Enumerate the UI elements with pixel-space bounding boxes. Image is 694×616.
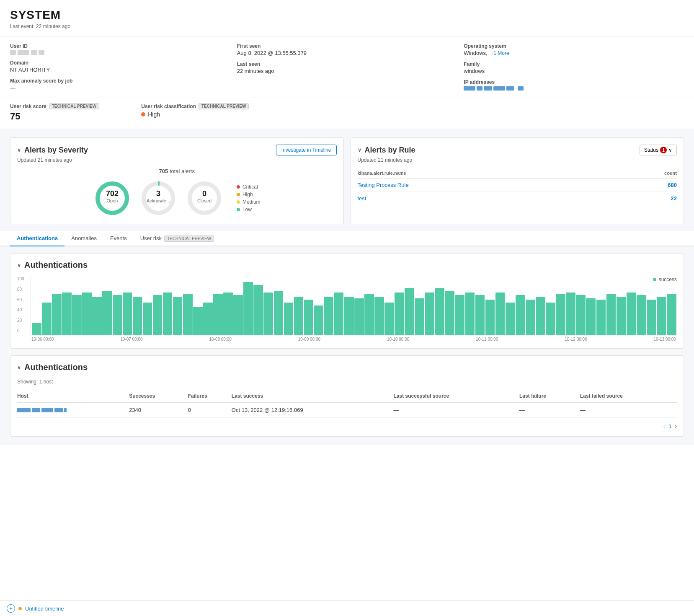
bar bbox=[123, 292, 132, 335]
prev-page-button[interactable]: ‹ bbox=[663, 423, 665, 430]
auth-col-last-successful-source: Last successful source bbox=[393, 390, 519, 403]
auth-col-failures: Failures bbox=[188, 390, 232, 403]
bar bbox=[193, 307, 203, 335]
bar bbox=[596, 300, 606, 335]
tab-badge: TECHNICAL PREVIEW bbox=[164, 236, 214, 242]
next-page-button[interactable]: › bbox=[675, 423, 677, 430]
auth-col-last-failure: Last failure bbox=[519, 390, 580, 403]
bar bbox=[384, 303, 394, 335]
ip-addresses: · bbox=[464, 86, 684, 91]
tab-anomalies[interactable]: Anomalies bbox=[64, 231, 103, 246]
last-success-cell: Oct 13, 2022 @ 12:19:16.069 bbox=[232, 403, 394, 418]
bar bbox=[455, 295, 465, 335]
first-seen-label: First seen bbox=[237, 43, 457, 49]
current-page: 1 bbox=[668, 423, 671, 430]
risk-class-badge: TECHNICAL PREVIEW bbox=[199, 103, 249, 109]
high-dot bbox=[141, 112, 145, 116]
rule-count-cell: 22 bbox=[614, 192, 677, 205]
chart-legend-dot bbox=[653, 278, 656, 281]
bar bbox=[143, 303, 152, 335]
last-failed-source-cell: — bbox=[580, 403, 677, 418]
bar bbox=[243, 282, 253, 335]
chart-chevron[interactable]: ∨ bbox=[17, 262, 21, 268]
rule-name-cell[interactable]: Testing Process Rule bbox=[358, 179, 614, 192]
add-timeline-button[interactable]: + bbox=[7, 604, 15, 613]
auth-col-host: Host bbox=[17, 390, 129, 403]
svg-text:Open: Open bbox=[106, 198, 118, 203]
rule-updated: Updated 21 minutes ago bbox=[358, 157, 677, 163]
total-alerts: 705 total alerts bbox=[159, 168, 195, 174]
auth-table-row: 23400Oct 13, 2022 @ 12:19:16.069——— bbox=[17, 403, 677, 418]
bar bbox=[415, 298, 424, 335]
rule-name-cell[interactable]: test bbox=[358, 192, 614, 205]
svg-text:3: 3 bbox=[156, 189, 160, 198]
auth-col-successes: Successes bbox=[129, 390, 188, 403]
severity-chevron[interactable]: ∨ bbox=[17, 147, 21, 153]
auth-data-table: HostSuccessesFailuresLast successLast su… bbox=[17, 390, 677, 418]
last-seen-value: 22 minutes ago bbox=[237, 68, 457, 74]
bar bbox=[374, 297, 384, 335]
bar bbox=[657, 297, 666, 335]
last-failure-cell: — bbox=[519, 403, 580, 418]
bar bbox=[294, 297, 304, 335]
tab-authentications[interactable]: Authentications bbox=[10, 231, 64, 246]
svg-text:Closed: Closed bbox=[197, 198, 212, 203]
risk-class-value: High bbox=[148, 111, 160, 118]
bar bbox=[213, 294, 223, 335]
successes-cell: 2340 bbox=[129, 403, 188, 418]
os-more-link[interactable]: +1 More bbox=[490, 50, 509, 56]
bar bbox=[556, 294, 565, 335]
tab-user-risk[interactable]: User riskTECHNICAL PREVIEW bbox=[134, 231, 221, 246]
bar bbox=[173, 297, 183, 335]
bar bbox=[233, 295, 243, 335]
last-successful-source-cell: — bbox=[393, 403, 519, 418]
auth-col-last-failed-source: Last failed source bbox=[580, 390, 677, 403]
bar bbox=[92, 297, 102, 335]
ack-donut: 3 Acknowle... bbox=[139, 179, 177, 217]
bar bbox=[627, 292, 636, 335]
table-chevron[interactable]: ∨ bbox=[17, 365, 21, 370]
severity-title: Alerts by Severity bbox=[24, 146, 88, 155]
bar bbox=[314, 305, 324, 335]
investigate-timeline-button[interactable]: Investigate in Timeline bbox=[276, 145, 337, 155]
table-title: Authentications bbox=[24, 362, 88, 372]
bar bbox=[667, 294, 676, 335]
bar bbox=[72, 295, 82, 335]
bar bbox=[647, 300, 656, 335]
alerts-severity-panel: ∨ Alerts by Severity Investigate in Time… bbox=[10, 137, 344, 224]
bar-chart-wrapper: 100806040200 success 10-06 00:0010-07 00… bbox=[17, 277, 677, 342]
open-donut: 702 Open bbox=[93, 179, 131, 217]
rule-table: kibana.alert.rule.name count Testing Pro… bbox=[358, 168, 677, 205]
bar bbox=[263, 292, 273, 335]
risk-class-label: User risk classification bbox=[141, 104, 196, 109]
bar bbox=[566, 292, 575, 335]
rule-chevron[interactable]: ∨ bbox=[358, 147, 361, 153]
bar bbox=[183, 294, 193, 335]
status-chevron-icon: ∨ bbox=[668, 147, 672, 153]
tab-events[interactable]: Events bbox=[103, 231, 134, 246]
bar bbox=[637, 295, 646, 335]
timeline-dot bbox=[18, 607, 22, 610]
host-blocks bbox=[17, 408, 129, 412]
alerts-rule-panel: ∨ Alerts by Rule Status 1 ∨ Updated 21 m… bbox=[351, 137, 684, 224]
svg-text:0: 0 bbox=[202, 189, 206, 198]
domain-value: NT AUTHORITY bbox=[10, 67, 230, 73]
chart-title: Authentications bbox=[24, 260, 88, 270]
timeline-label[interactable]: Untitled timeline bbox=[25, 606, 64, 612]
bar bbox=[495, 292, 505, 335]
bar bbox=[113, 295, 122, 335]
bar bbox=[133, 297, 142, 335]
chart-legend-label: success bbox=[659, 277, 677, 282]
bar bbox=[253, 285, 263, 335]
bar bbox=[606, 294, 616, 335]
bar bbox=[617, 297, 626, 335]
first-seen-value: Aug 8, 2022 @ 13:55:55.379 bbox=[237, 50, 457, 56]
bar bbox=[364, 294, 374, 335]
bar bbox=[445, 291, 455, 335]
family-value: windows bbox=[464, 68, 684, 74]
status-button[interactable]: Status 1 ∨ bbox=[640, 145, 677, 155]
bar bbox=[102, 291, 112, 335]
auth-chart-panel: ∨ Authentications 100806040200 success 1… bbox=[10, 253, 684, 349]
rule-count-cell: 680 bbox=[614, 179, 677, 192]
last-seen-label: Last seen bbox=[237, 61, 457, 67]
